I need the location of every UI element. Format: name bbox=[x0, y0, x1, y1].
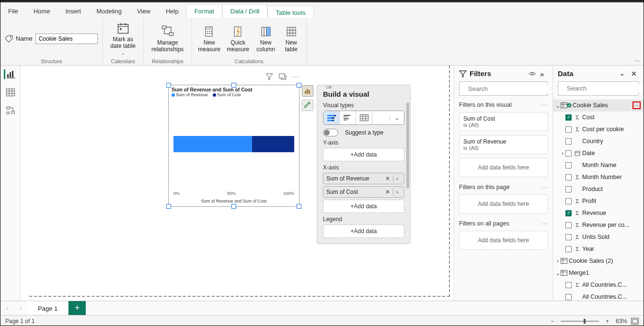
resize-handle[interactable] bbox=[231, 83, 236, 88]
table-cookie-sales[interactable]: ⌄ Cookie Sales ··· bbox=[553, 100, 644, 112]
field-cost-per-cookie[interactable]: ΣCost per cookie bbox=[553, 124, 644, 135]
visual-filter-dropzone[interactable]: Add data fields here bbox=[459, 158, 548, 177]
checkbox[interactable] bbox=[565, 282, 572, 288]
data-search-input[interactable] bbox=[566, 84, 644, 92]
new-column-button[interactable]: New column bbox=[254, 25, 277, 53]
add-page-button[interactable]: + bbox=[69, 301, 86, 315]
build-visual-tab[interactable] bbox=[302, 85, 313, 97]
checkbox[interactable] bbox=[565, 138, 572, 145]
checkbox[interactable] bbox=[565, 234, 572, 240]
checkbox[interactable] bbox=[565, 198, 572, 204]
checkbox[interactable] bbox=[565, 150, 572, 157]
next-page-button[interactable]: › bbox=[14, 301, 27, 315]
all-pages-filter-dropzone[interactable]: Add data fields here bbox=[459, 231, 548, 250]
resize-handle[interactable] bbox=[297, 204, 301, 209]
field-month-number[interactable]: ΣMonth Number bbox=[553, 171, 644, 183]
visual-type-dropdown[interactable]: ⌄ bbox=[390, 115, 404, 121]
table-merge1[interactable]: ⌄ Merge1 bbox=[553, 267, 644, 279]
tab-table-tools[interactable]: Table tools bbox=[267, 6, 313, 18]
remove-field-icon[interactable]: ✕ bbox=[382, 189, 393, 195]
x-axis-field-cost[interactable]: Sum of Cost ✕ › bbox=[323, 186, 404, 198]
data-view-button[interactable] bbox=[5, 88, 16, 97]
field-date[interactable]: ›Date bbox=[553, 147, 644, 159]
mark-as-date-table-button[interactable]: Mark as date table ⌄ bbox=[108, 22, 138, 56]
checkbox[interactable] bbox=[565, 246, 572, 252]
checkbox[interactable] bbox=[565, 162, 572, 169]
field-year[interactable]: ΣYear bbox=[553, 243, 644, 255]
tab-insert[interactable]: Insert bbox=[58, 5, 89, 18]
section-more-icon[interactable]: ··· bbox=[541, 220, 548, 227]
new-measure-button[interactable]: New measure bbox=[197, 25, 222, 53]
zoom-in-button[interactable]: + bbox=[603, 318, 612, 325]
zoom-slider[interactable] bbox=[561, 321, 599, 322]
page-filter-dropzone[interactable]: Add data fields here bbox=[459, 194, 548, 214]
table-cookie-sales-2[interactable]: › Cookie Sales (2) bbox=[553, 255, 644, 267]
table-more-options[interactable]: ··· bbox=[632, 101, 641, 109]
field-cost[interactable]: ΣCost bbox=[553, 112, 644, 124]
field-product[interactable]: Product bbox=[553, 183, 644, 195]
focus-mode-icon[interactable] bbox=[279, 73, 287, 80]
format-visual-tab[interactable] bbox=[302, 100, 313, 111]
field-profit[interactable]: ΣProfit bbox=[553, 195, 644, 207]
model-view-button[interactable] bbox=[5, 106, 16, 115]
remove-field-icon[interactable]: ✕ bbox=[382, 175, 393, 182]
close-pane-icon[interactable]: ✕ bbox=[631, 70, 639, 78]
resize-handle[interactable] bbox=[166, 83, 171, 88]
x-axis-field-revenue[interactable]: Sum of Revenue ✕ › bbox=[323, 173, 404, 184]
tab-modeling[interactable]: Modeling bbox=[89, 5, 129, 18]
page-tab-1[interactable]: Page 1 bbox=[27, 301, 69, 315]
legend-add-data[interactable]: +Add data bbox=[323, 225, 404, 238]
field-all-countries-2[interactable]: All Countries.C... bbox=[553, 291, 644, 301]
field-month-name[interactable]: Month Name bbox=[553, 159, 644, 171]
filter-card-revenue[interactable]: Sum of Revenue is (All) bbox=[459, 135, 548, 154]
data-search[interactable] bbox=[558, 81, 639, 96]
y-axis-add-data[interactable]: +Add data bbox=[323, 148, 404, 161]
resize-handle[interactable] bbox=[297, 83, 301, 88]
tab-file[interactable]: File bbox=[0, 5, 26, 18]
resize-handle[interactable] bbox=[166, 204, 171, 209]
filter-card-cost[interactable]: Sum of Cost is (All) bbox=[459, 112, 548, 131]
scrollbar[interactable] bbox=[406, 102, 409, 189]
field-all-countries-1[interactable]: ΣAll Countries.C... bbox=[553, 279, 644, 291]
tab-help[interactable]: Help bbox=[158, 5, 186, 18]
tab-format[interactable]: Format bbox=[186, 4, 222, 18]
checkbox[interactable] bbox=[565, 126, 572, 133]
collapse-pane-icon[interactable]: » bbox=[540, 70, 548, 78]
field-menu-icon[interactable]: › bbox=[393, 175, 401, 182]
checkbox[interactable] bbox=[565, 186, 572, 192]
resize-handle[interactable] bbox=[231, 204, 236, 209]
suggest-toggle[interactable] bbox=[323, 129, 338, 136]
tab-home[interactable]: Home bbox=[26, 5, 58, 18]
prev-page-button[interactable]: ‹ bbox=[0, 301, 14, 315]
section-more-icon[interactable]: ··· bbox=[541, 184, 548, 191]
checkbox[interactable] bbox=[565, 114, 572, 121]
chevron-down-icon[interactable]: ⌄ bbox=[620, 70, 627, 78]
tab-data-drill[interactable]: Data / Drill bbox=[222, 4, 268, 18]
quick-measure-button[interactable]: Quick measure bbox=[226, 25, 251, 53]
field-revenue[interactable]: ΣRevenue bbox=[553, 207, 644, 219]
filters-search[interactable] bbox=[459, 81, 548, 96]
x-axis-add-data[interactable]: +Add data bbox=[323, 200, 404, 213]
table-name-input[interactable] bbox=[35, 34, 98, 44]
field-country[interactable]: Country bbox=[553, 135, 644, 147]
filter-icon[interactable] bbox=[265, 73, 273, 80]
visual-type-table[interactable] bbox=[356, 111, 372, 124]
checkbox[interactable] bbox=[565, 174, 572, 180]
report-view-button[interactable] bbox=[4, 69, 15, 79]
visual-type-clustered-bar[interactable] bbox=[340, 111, 356, 124]
collapse-ribbon-button[interactable]: ︿ bbox=[635, 56, 641, 64]
more-options-icon[interactable]: ··· bbox=[292, 73, 300, 80]
checkbox[interactable] bbox=[565, 294, 572, 300]
visual-stacked-bar[interactable]: ··· Sum of Revenue and Sum of Cost Sum o… bbox=[168, 85, 299, 207]
eye-icon[interactable] bbox=[529, 70, 536, 78]
visual-type-stacked-bar[interactable] bbox=[323, 111, 340, 124]
fit-to-page-icon[interactable] bbox=[631, 318, 639, 325]
field-units-sold[interactable]: ΣUnits Sold bbox=[553, 231, 644, 243]
filters-search-input[interactable] bbox=[467, 85, 550, 93]
new-table-button[interactable]: New table bbox=[281, 25, 301, 53]
field-menu-icon[interactable]: › bbox=[393, 189, 401, 195]
field-revenue-per-cookie[interactable]: ΣRevenue per co... bbox=[553, 219, 644, 231]
zoom-out-button[interactable]: − bbox=[548, 318, 557, 325]
manage-relationships-button[interactable]: Manage relationships bbox=[149, 25, 187, 53]
tab-view[interactable]: View bbox=[129, 5, 158, 18]
